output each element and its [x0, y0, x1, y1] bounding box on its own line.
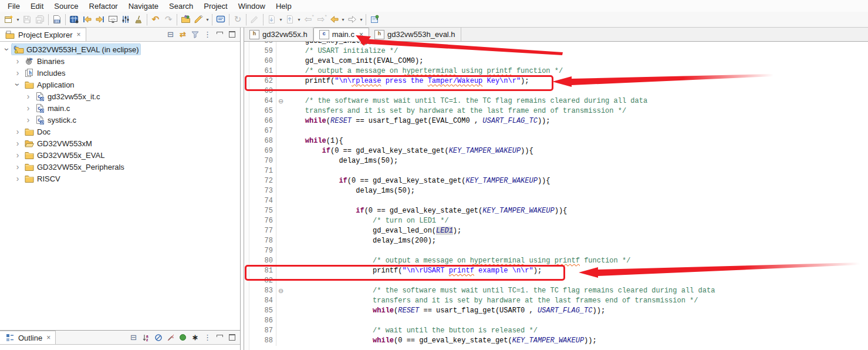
code-text[interactable]: while(1){ — [285, 136, 343, 146]
code-text[interactable]: /* output a message on hyperterminal usi… — [285, 256, 630, 266]
tune-settings-icon[interactable] — [119, 13, 132, 26]
minimize-icon[interactable] — [214, 29, 225, 40]
code-text[interactable]: while(RESET == usart_flag_get(EVAL_COM0 … — [285, 116, 550, 126]
tab-gd32vw55x-h[interactable]: h gd32vw55x.h — [244, 28, 313, 41]
build-icon[interactable] — [67, 13, 80, 26]
expand-chevron-icon[interactable]: › — [13, 162, 22, 171]
code-text[interactable] — [285, 86, 288, 96]
refresh-icon[interactable]: ↻ — [231, 13, 244, 26]
tree-item-systick-c[interactable]: ›csystick.c — [0, 114, 240, 126]
code-text[interactable]: while(0 == gd_eval_key_state_get(KEY_TAM… — [285, 336, 597, 346]
expand-chevron-icon[interactable]: › — [13, 139, 22, 148]
code-text[interactable] — [285, 126, 288, 136]
code-text[interactable]: /* output a message on hyperterminal usi… — [285, 66, 563, 76]
code-text[interactable]: delay_1ms(50); — [285, 156, 398, 166]
view-menu-icon[interactable]: ⋮ — [202, 332, 213, 343]
menu-help[interactable]: Help — [271, 1, 297, 12]
menu-navigate[interactable]: Navigate — [123, 1, 164, 12]
pin-editor-icon[interactable] — [368, 13, 381, 26]
hide-fields-icon[interactable] — [153, 332, 164, 343]
next-marker-icon[interactable] — [93, 13, 106, 26]
pull-up-doc-icon[interactable] — [283, 13, 296, 26]
previous-marker-icon[interactable] — [80, 13, 93, 26]
hide-non-public-icon[interactable] — [177, 332, 188, 343]
code-text[interactable]: transfers and it is set by hardware at t… — [285, 106, 626, 116]
pull-up-dropdown-icon[interactable]: ▾ — [296, 17, 302, 22]
expand-chevron-icon[interactable]: › — [23, 115, 33, 124]
code-text[interactable] — [285, 316, 288, 326]
tree-item-riscv[interactable]: ›RISCV — [0, 173, 240, 184]
forward-icon[interactable] — [346, 13, 359, 26]
code-text[interactable] — [285, 196, 288, 206]
save-all-icon[interactable] — [33, 13, 46, 26]
tree-item-gd32vw553xm[interactable]: ›GD32VW553xM — [0, 137, 240, 149]
maximize-icon[interactable] — [227, 29, 238, 40]
code-text[interactable]: while(RESET == usart_flag_get(USART0 , U… — [285, 306, 605, 316]
forward-history-icon[interactable]: ⇨* — [315, 13, 327, 26]
minimize-icon[interactable] — [214, 332, 225, 343]
new-dropdown-icon[interactable]: ▾ — [15, 17, 21, 22]
highlighter-icon[interactable] — [192, 13, 205, 26]
code-text[interactable]: gd32_key_init(); — [285, 42, 373, 46]
highlighter-dropdown-icon[interactable]: ▾ — [205, 17, 210, 22]
expand-chevron-icon[interactable]: › — [2, 45, 12, 54]
fold-collapse-icon[interactable]: ⊖ — [276, 286, 285, 296]
code-text[interactable]: if(0 == gd_eval_key_state_get(KEY_TAMPER… — [285, 176, 550, 186]
code-text[interactable]: if(0 == gd_eval_key_state_get(KEY_TAMPER… — [285, 206, 567, 216]
tree-item-main-c[interactable]: ›cmain.c — [0, 102, 240, 114]
fold-collapse-icon[interactable]: ⊖ — [276, 96, 285, 106]
expand-chevron-icon[interactable]: › — [13, 127, 22, 136]
close-icon[interactable]: × — [46, 334, 50, 342]
filter-icon[interactable] — [190, 29, 201, 40]
undo-icon[interactable]: ↶ — [149, 13, 162, 26]
code-text[interactable]: transfers and it is set by hardware at t… — [285, 296, 698, 306]
expand-chevron-icon[interactable]: › — [13, 150, 22, 160]
link-with-editor-icon[interactable]: ∗ — [190, 332, 201, 343]
save-icon[interactable] — [21, 13, 33, 26]
tab-gd32vw553h-eval-h[interactable]: h gd32vw553h_eval.h — [369, 28, 461, 41]
view-menu-icon[interactable]: ⋮ — [202, 29, 213, 40]
new-wizard-icon[interactable] — [2, 13, 15, 26]
open-resource-icon[interactable] — [179, 13, 192, 26]
back-dropdown-icon[interactable]: ▾ — [340, 17, 346, 22]
code-text[interactable]: printf("\n\rplease press the Tamper/Wake… — [285, 76, 529, 86]
code-text[interactable]: /* turn on LED1 */ — [285, 216, 449, 226]
maximize-icon[interactable] — [227, 332, 238, 343]
clean-icon[interactable] — [132, 13, 145, 26]
pull-down-dropdown-icon[interactable]: ▾ — [278, 17, 283, 22]
tree-item-doc[interactable]: ›Doc — [0, 126, 240, 137]
code-text[interactable]: delay_1ms(50); — [285, 186, 415, 196]
code-text[interactable] — [285, 276, 288, 286]
code-text[interactable]: /* the software must wait until TC=1. th… — [285, 286, 715, 296]
expand-chevron-icon[interactable]: › — [13, 68, 22, 78]
tree-item-includes[interactable]: ›hIncludes — [0, 67, 240, 79]
pull-down-doc-icon[interactable] — [265, 13, 278, 26]
code-text[interactable]: gd_eval_com_init(EVAL_COM0); — [285, 56, 423, 66]
code-text[interactable]: if(0 == gd_eval_key_state_get(KEY_TAMPER… — [285, 146, 533, 156]
expand-chevron-icon[interactable]: › — [13, 80, 22, 89]
code-text[interactable] — [285, 246, 288, 256]
close-icon[interactable]: × — [76, 31, 80, 39]
collapse-all-icon[interactable]: ⊟ — [128, 332, 139, 343]
binary-file-icon[interactable]: 010 — [50, 13, 63, 26]
tree-item-gd32vw55x-eval[interactable]: ›GD32VW55x_EVAL — [0, 149, 240, 161]
code-text[interactable]: gd_eval_led_on(LED1); — [285, 226, 461, 236]
menu-edit[interactable]: Edit — [25, 1, 49, 12]
expand-chevron-icon[interactable]: › — [13, 174, 22, 183]
menu-project[interactable]: Project — [198, 1, 232, 12]
link-with-editor-icon[interactable]: ⇄ — [177, 29, 188, 40]
console-icon[interactable] — [214, 13, 227, 26]
screen-code-icon[interactable]: </> — [106, 13, 119, 26]
project-explorer-tab[interactable]: Project Explorer × — [0, 28, 86, 41]
menu-window[interactable]: Window — [233, 1, 271, 12]
sort-icon[interactable]: az — [140, 332, 151, 343]
code-text[interactable]: /* the software must wait until TC=1. th… — [285, 96, 647, 106]
tree-item-gd32vw55x-peripherals[interactable]: ›GD32VW55x_Peripherals — [0, 161, 240, 173]
back-icon[interactable] — [327, 13, 340, 26]
tree-item-gd32vw55x-it-c[interactable]: ›cgd32vw55x_it.c — [0, 90, 240, 102]
menu-file[interactable]: File — [2, 1, 25, 12]
tab-main-c[interactable]: c main.c × — [313, 28, 369, 41]
expand-chevron-icon[interactable]: › — [13, 56, 22, 66]
code-text[interactable]: delay_1ms(200); — [285, 236, 436, 246]
code-text[interactable] — [285, 166, 288, 176]
